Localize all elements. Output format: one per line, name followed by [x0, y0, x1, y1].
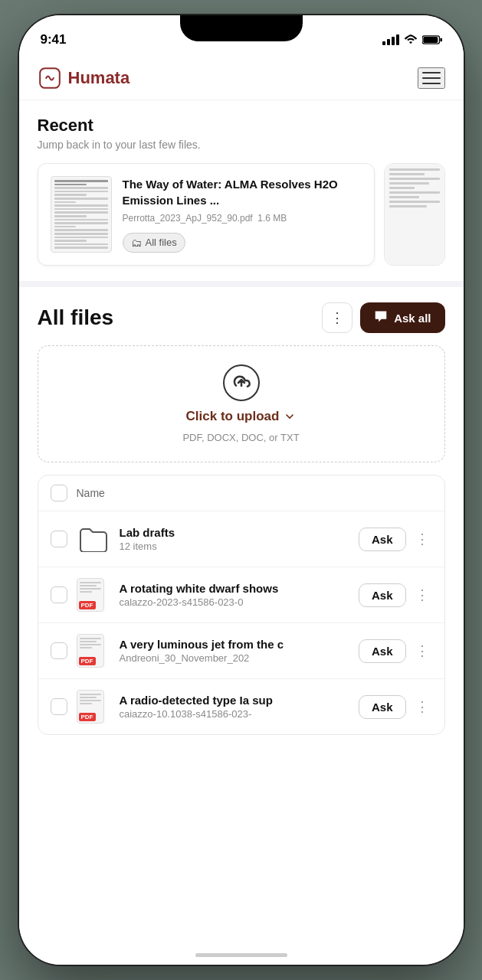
status-icons	[382, 34, 442, 45]
file-name-3: A very luminous jet from the c	[120, 638, 349, 651]
scroll-area[interactable]: Recent Jump back in to your last few fil…	[19, 100, 464, 965]
file-name-2: A rotating white dwarf shows	[120, 582, 349, 595]
header-actions: ⋮ Ask all	[322, 302, 444, 333]
recent-card-thumbnail	[51, 176, 112, 253]
more-options-button[interactable]: ⋮	[322, 302, 352, 333]
file-meta-4: caiazzo-10.1038-s41586-023-	[120, 708, 349, 720]
file-actions-4: Ask ⋮	[359, 695, 432, 719]
file-list-header: Name	[38, 475, 444, 511]
recent-card[interactable]: The Way of Water: ALMA Resolves H2O Emis…	[38, 163, 375, 266]
wifi-icon	[404, 34, 418, 45]
file-item: PDF A radio-detected type Ia sup caiazzo…	[38, 679, 444, 734]
recent-card-title: The Way of Water: ALMA Resolves H2O Emis…	[123, 176, 362, 208]
svg-rect-2	[423, 37, 438, 43]
upload-label: Click to upload	[186, 409, 297, 424]
pdf-file-icon-3: PDF	[77, 634, 110, 668]
file-name-4: A radio-detected type Ia sup	[120, 694, 349, 707]
menu-button[interactable]	[418, 67, 445, 89]
file-name-1: Lab drafts	[120, 526, 349, 539]
battery-icon	[422, 34, 442, 45]
file-checkbox-3[interactable]	[51, 642, 67, 659]
screen: Humata Recent Jump back in to your last …	[19, 54, 464, 965]
file-more-button-1[interactable]: ⋮	[412, 528, 432, 550]
humata-logo-icon	[38, 66, 62, 90]
file-info-1: Lab drafts 12 items	[120, 526, 349, 552]
file-list: Name Lab drafts 12 items	[38, 475, 445, 735]
ask-button-2[interactable]: Ask	[359, 583, 406, 607]
file-meta-2: calazzo-2023-s41586-023-0	[120, 596, 349, 608]
recent-section: Recent Jump back in to your last few fil…	[19, 100, 464, 281]
file-more-button-2[interactable]: ⋮	[412, 583, 432, 606]
signal-icon	[382, 34, 399, 45]
name-column-header: Name	[77, 487, 105, 499]
ask-all-button[interactable]: Ask all	[360, 302, 444, 333]
file-actions-3: Ask ⋮	[359, 639, 432, 663]
file-checkbox-1[interactable]	[51, 531, 67, 547]
select-all-checkbox[interactable]	[51, 485, 67, 501]
section-divider	[19, 281, 464, 287]
svg-rect-1	[440, 38, 442, 41]
recent-card-meta: Perrotta_2023_ApJ_952_90.pdf 1.6 MB	[123, 213, 362, 225]
upload-hint: PDF, DOCX, DOC, or TXT	[182, 432, 299, 443]
logo-text: Humata	[68, 68, 130, 88]
status-time: 9:41	[41, 32, 67, 47]
chat-icon	[374, 310, 388, 325]
chevron-down-icon	[284, 410, 296, 423]
file-actions-1: Ask ⋮	[359, 528, 432, 551]
folder-icon: 🗂	[131, 237, 142, 249]
home-indicator	[195, 953, 287, 957]
recent-card-container: The Way of Water: ALMA Resolves H2O Emis…	[19, 163, 464, 281]
all-files-section: All files ⋮ Ask all	[19, 287, 464, 735]
recent-card-info: The Way of Water: ALMA Resolves H2O Emis…	[123, 176, 362, 253]
logo: Humata	[38, 66, 130, 90]
all-files-badge[interactable]: 🗂 All files	[123, 233, 185, 253]
recent-title: Recent	[38, 116, 445, 136]
upload-icon-circle	[223, 364, 260, 401]
vertical-dots-icon: ⋮	[330, 309, 344, 326]
file-info-4: A radio-detected type Ia sup caiazzo-10.…	[120, 694, 349, 720]
upload-icon	[232, 374, 251, 392]
file-item: PDF A rotating white dwarf shows calazzo…	[38, 567, 444, 623]
file-item: PDF A very luminous jet from the c Andre…	[38, 623, 444, 679]
file-actions-2: Ask ⋮	[359, 583, 432, 607]
pdf-file-icon-2: PDF	[77, 578, 110, 612]
file-item: Lab drafts 12 items Ask ⋮	[38, 511, 444, 567]
all-files-title: All files	[38, 305, 114, 330]
ask-button-4[interactable]: Ask	[359, 695, 406, 719]
folder-file-icon	[77, 522, 110, 556]
file-info-3: A very luminous jet from the c Andreoni_…	[120, 638, 349, 664]
file-more-button-3[interactable]: ⋮	[412, 639, 432, 662]
ask-button-3[interactable]: Ask	[359, 639, 406, 663]
file-checkbox-4[interactable]	[51, 698, 67, 715]
recent-subtitle: Jump back in to your last few files.	[38, 139, 445, 151]
file-meta-1: 12 items	[120, 541, 349, 552]
file-meta-3: Andreoni_30_November_202	[120, 652, 349, 664]
file-checkbox-2[interactable]	[51, 586, 67, 603]
recent-card-partial[interactable]	[384, 163, 445, 266]
upload-area[interactable]: Click to upload PDF, DOCX, DOC, or TXT	[38, 345, 445, 462]
all-files-header: All files ⋮ Ask all	[38, 302, 445, 333]
file-more-button-4[interactable]: ⋮	[412, 695, 432, 718]
top-nav: Humata	[19, 54, 464, 100]
pdf-file-icon-4: PDF	[77, 690, 110, 724]
file-info-2: A rotating white dwarf shows calazzo-202…	[120, 582, 349, 608]
ask-button-1[interactable]: Ask	[359, 528, 406, 551]
